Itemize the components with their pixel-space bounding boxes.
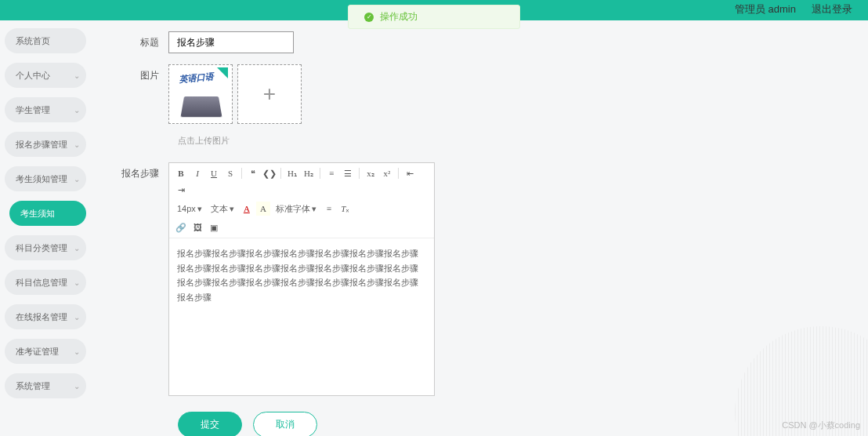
font-family-select[interactable]: 标准字体 ▾ [273,203,320,215]
sidebar-item-subject-info[interactable]: 科目信息管理 ⌄ [5,270,86,295]
indent-icon[interactable]: ⇤ [403,166,417,180]
notification-message: 操作成功 [380,10,418,24]
video-icon[interactable]: ▣ [207,220,221,234]
separator [398,168,399,179]
dropdown-icon: ▾ [312,204,316,214]
clear-format-icon[interactable]: Tₓ [338,202,353,216]
sidebar-item-label: 准考证管理 [16,346,59,358]
chevron-down-icon: ⌄ [74,347,80,356]
sidebar-item-label: 科目信息管理 [16,277,67,289]
sidebar-item-label: 报名步骤管理 [16,139,67,151]
separator [241,168,242,179]
align-icon[interactable]: ≡ [322,202,336,216]
subscript-icon[interactable]: x₂ [363,166,378,180]
superscript-icon[interactable]: x² [380,166,394,180]
font-size-select[interactable]: 14px ▾ [174,204,205,214]
rich-text-editor: B I U S ❝ ❮❯ H₁ H₂ ≡ ☰ x₂ x² ⇤ ⇥ 1 [168,162,435,396]
sidebar-item-label: 科目分类管理 [16,242,67,254]
code-icon[interactable]: ❮❯ [262,166,277,180]
chevron-down-icon: ⌄ [74,71,80,80]
separator [280,168,281,179]
chevron-down-icon: ⌄ [74,278,80,287]
image-label: 图片 [121,64,168,82]
steps-row: 报名步骤 B I U S ❝ ❮❯ H₁ H₂ ≡ ☰ x₂ x² ⇤ [121,162,844,396]
steps-label: 报名步骤 [121,162,168,396]
sidebar-item-label: 考生须知 [20,208,55,220]
italic-icon[interactable]: I [190,166,204,180]
editor-content[interactable]: 报名步骤报名步骤报名步骤报名步骤报名步骤报名步骤报名步骤报名步骤报名步骤报名步骤… [169,238,434,395]
title-input[interactable] [168,31,294,53]
list-ordered-icon[interactable]: ≡ [324,166,338,180]
sidebar-item-system[interactable]: 系统管理 ⌄ [5,373,86,398]
sidebar-item-label: 个人中心 [16,70,50,82]
image-row: 图片 英语口语 + [121,64,844,124]
sidebar: 系统首页 个人中心 ⌄ 学生管理 ⌄ 报名步骤管理 ⌄ 考生须知管理 ⌄ 考生须… [5,28,86,398]
sidebar-item-subject-cat[interactable]: 科目分类管理 ⌄ [5,235,86,260]
image-uploader: 英语口语 + [168,64,302,124]
text-color-icon[interactable]: A [240,202,254,216]
chevron-down-icon: ⌄ [74,106,80,114]
bg-color-icon[interactable]: A [256,202,270,216]
button-row: 提交 取消 [178,412,844,436]
chevron-down-icon: ⌄ [74,175,80,183]
title-label: 标题 [121,31,168,49]
text-type-select[interactable]: 文本 ▾ [208,203,237,215]
submit-button[interactable]: 提交 [178,412,242,436]
sidebar-item-label: 系统首页 [16,35,50,47]
image-icon[interactable]: 🖼 [190,220,204,234]
separator [320,168,320,179]
chevron-down-icon: ⌄ [74,382,80,391]
sidebar-item-student[interactable]: 学生管理 ⌄ [5,97,86,122]
admin-label[interactable]: 管理员 admin [735,2,796,16]
logout-link[interactable]: 退出登录 [812,2,852,16]
header-right: 管理员 admin 退出登录 [735,2,852,16]
h1-icon[interactable]: H₁ [285,166,299,180]
sidebar-item-notice-mgmt[interactable]: 考生须知管理 ⌄ [5,166,86,191]
sidebar-item-online-signup[interactable]: 在线报名管理 ⌄ [5,304,86,329]
watermark: CSDN @小蔡coding [782,420,860,431]
chevron-down-icon: ⌄ [74,140,80,149]
bold-icon[interactable]: B [174,166,188,180]
image-caption: 英语口语 [179,71,214,85]
sidebar-item-label: 学生管理 [16,104,50,116]
sidebar-item-label: 考生须知管理 [16,173,67,185]
list-unordered-icon[interactable]: ☰ [341,166,355,180]
sidebar-item-home[interactable]: 系统首页 [5,28,86,53]
underline-icon[interactable]: U [207,166,221,180]
dropdown-icon: ▾ [230,204,234,214]
chevron-down-icon: ⌄ [74,244,80,253]
sidebar-item-signup-steps[interactable]: 报名步骤管理 ⌄ [5,132,86,157]
chevron-down-icon: ⌄ [74,313,80,322]
sidebar-item-label: 系统管理 [16,380,50,392]
sidebar-item-ticket[interactable]: 准考证管理 ⌄ [5,339,86,364]
sidebar-item-notice[interactable]: 考生须知 [9,201,86,226]
main-content: 标题 图片 英语口语 + 点击上传图片 报名步骤 B I U S [98,24,868,436]
sidebar-item-label: 在线报名管理 [16,311,67,323]
quote-icon[interactable]: ❝ [246,166,260,180]
strike-icon[interactable]: S [223,166,237,180]
preview-thumbnail: 英语口语 [173,67,228,121]
success-icon: ✓ [364,13,374,22]
dropdown-icon: ▾ [197,204,202,214]
cancel-button[interactable]: 取消 [253,412,317,436]
title-row: 标题 [121,31,844,53]
add-image-button[interactable]: + [237,64,302,124]
corner-badge-icon [217,67,228,78]
sidebar-item-profile[interactable]: 个人中心 ⌄ [5,63,86,88]
separator [359,168,360,179]
link-icon[interactable]: 🔗 [174,220,188,234]
image-preview[interactable]: 英语口语 [168,64,233,124]
upload-hint: 点击上传图片 [178,135,844,147]
h2-icon[interactable]: H₂ [302,166,316,180]
book-icon [181,96,222,117]
editor-toolbar: B I U S ❝ ❮❯ H₁ H₂ ≡ ☰ x₂ x² ⇤ ⇥ 1 [169,163,434,238]
outdent-icon[interactable]: ⇥ [174,183,188,197]
